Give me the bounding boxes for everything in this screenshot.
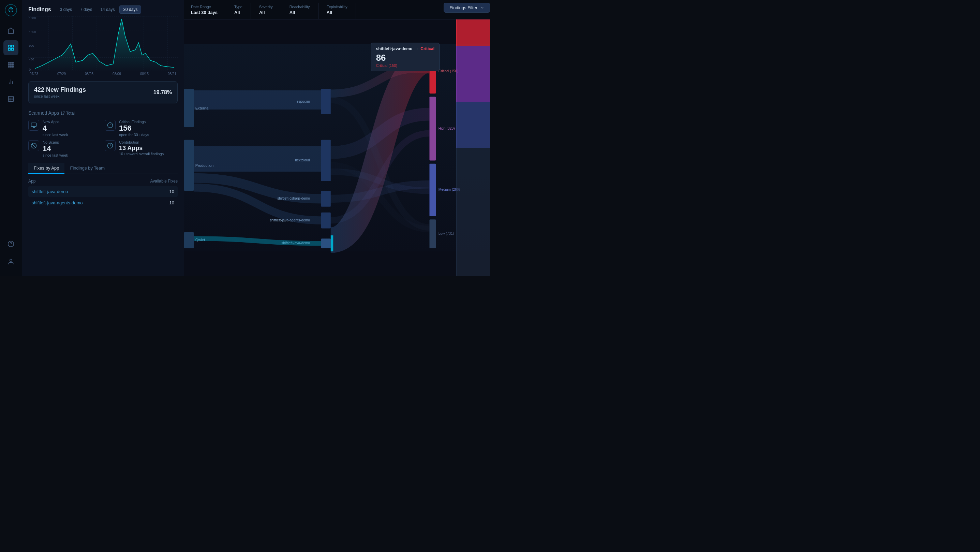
new-findings-value: 422 New Findings [34,86,86,94]
sidebar-item-analytics[interactable] [3,74,18,89]
exploitability-value: All [327,10,347,15]
svg-point-11 [8,66,10,67]
severity-bars [456,19,490,276]
svg-point-9 [10,64,11,65]
logo[interactable] [5,4,17,16]
fixes-tabs: Fixes by App Findings by Team [28,163,178,174]
svg-text:900: 900 [29,44,34,48]
chevron-down-icon [480,6,484,10]
type-value: All [234,10,242,15]
type-label: Type [234,5,242,9]
critical-icon [105,120,116,131]
col-app: App [28,179,35,183]
svg-rect-4 [11,48,14,51]
svg-rect-51 [184,232,194,248]
sidebar-item-help[interactable] [3,236,18,251]
findings-filter-button[interactable]: Findings Filter [444,3,490,13]
severity-label: Severity [259,5,273,9]
severity-value: All [259,10,273,15]
chart-x-labels: 07/23 07/29 08/03 08/09 08/15 08/21 [28,72,178,76]
node-high: High (320) [439,126,455,130]
svg-rect-53 [321,140,331,181]
chart-container: 1800 1350 900 450 0 [22,16,184,78]
tab-3days[interactable]: 3 days [57,5,75,14]
table-row: shiftleft-java-demo 10 [28,186,178,197]
sidebar [0,0,22,276]
svg-text:0: 0 [29,68,31,71]
main-content: Date Range Last 30 days Type All Severit… [184,0,490,276]
top-filters: Date Range Last 30 days Type All Severit… [184,0,490,19]
date-range-label: Date Range [191,5,218,9]
findings-header: Findings 3 days 7 days 14 days 30 days [22,0,184,16]
stats-card: 422 New Findings since last week 19.78% [28,81,178,104]
filter-exploitability[interactable]: Exploitability All [318,3,356,19]
col-fixes: Available Fixes [150,179,178,183]
node-critical: Critical (150) [439,69,458,73]
app-container: Findings 3 days 7 days 14 days 30 days 1… [0,0,490,276]
new-apps-icon [28,120,39,131]
tab-7days[interactable]: 7 days [77,5,95,14]
time-tabs: 3 days 7 days 14 days 30 days [57,5,142,14]
tooltip-app: shiftleft-java-demo [376,46,413,51]
sidebar-item-user[interactable] [3,254,18,269]
svg-point-5 [8,62,10,64]
no-scans-label: No Scans [43,140,68,144]
svg-rect-55 [321,212,331,228]
sidebar-bottom [3,236,18,272]
fixes-value-1: 10 [169,189,174,194]
svg-text:450: 450 [29,57,34,61]
svg-rect-17 [8,97,14,102]
tab-fixes-by-app[interactable]: Fixes by App [28,163,64,174]
svg-rect-1 [8,45,11,48]
sankey-tooltip: shiftleft-java-demo → Critical 86 Critic… [371,43,439,71]
app-link-2[interactable]: shiftleft-java-agents-demo [32,200,83,205]
contribution-sub: 10+ toward overall findings [119,152,164,156]
tooltip-label: Critical (150) [376,64,434,67]
critical-label: Critical Findings [119,120,149,124]
critical-value: 156 [119,124,149,132]
table-row: shiftleft-java-agents-demo 10 [28,198,178,208]
svg-marker-40 [35,19,174,71]
svg-rect-59 [429,164,436,216]
contribution-label: Contribution [119,140,164,144]
app-link-1[interactable]: shiftleft-java-demo [32,189,68,194]
svg-rect-52 [321,89,331,114]
svg-point-23 [10,259,12,262]
svg-rect-41 [31,123,37,126]
fixes-table: App Available Fixes shiftleft-java-demo … [28,177,178,209]
tab-findings-by-team[interactable]: Findings by Team [64,163,110,174]
filter-date-range[interactable]: Date Range Last 30 days [191,3,226,19]
svg-point-10 [12,64,13,65]
sidebar-item-apps[interactable] [3,57,18,72]
sidebar-item-home[interactable] [3,23,18,38]
findings-filter-label: Findings Filter [449,5,477,10]
new-apps-value: 4 [43,124,68,132]
svg-point-7 [12,62,13,64]
findings-title: Findings [28,6,51,13]
filter-type[interactable]: Type All [226,3,251,19]
sankey-svg: External Production Qwiet espocrm nextcl… [184,19,490,276]
tooltip-value: 86 [376,53,434,62]
tab-30days[interactable]: 30 days [119,5,141,14]
sidebar-item-findings[interactable] [3,91,18,107]
svg-point-0 [5,5,17,16]
node-low: Low (731) [439,231,454,235]
new-apps-sub: since last week [43,133,68,137]
svg-point-12 [10,66,11,67]
sidebar-item-dashboard[interactable] [3,40,18,55]
percentage-value: 19.78% [153,89,172,96]
viz-area: External Production Qwiet espocrm nextcl… [184,19,490,276]
sidebar-nav [3,23,18,234]
tab-14days[interactable]: 14 days [97,5,118,14]
svg-rect-56 [321,238,331,248]
svg-point-6 [10,62,11,64]
svg-rect-2 [11,45,14,48]
scanned-section: Scanned Apps 17 Total New Apps 4 since l… [22,107,184,160]
scanned-item-contribution: Contribution 13 Apps 10+ toward overall … [105,140,178,157]
scanned-title: Scanned Apps 17 Total [28,110,178,116]
filter-reachability[interactable]: Reachability All [281,3,318,19]
scanned-item-new-apps: New Apps 4 since last week [28,120,101,137]
since-label: since last week [34,94,86,98]
filter-severity[interactable]: Severity All [251,3,281,19]
reachability-label: Reachability [290,5,310,9]
